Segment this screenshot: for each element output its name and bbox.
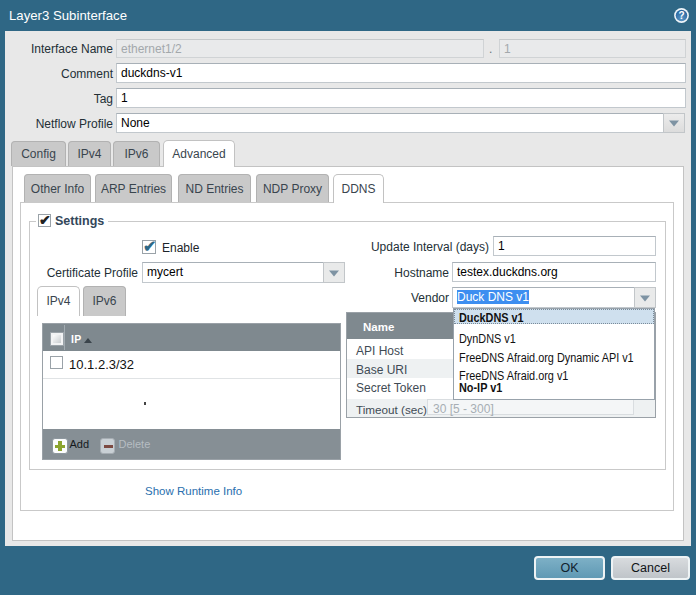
- svg-text:?: ?: [678, 10, 684, 21]
